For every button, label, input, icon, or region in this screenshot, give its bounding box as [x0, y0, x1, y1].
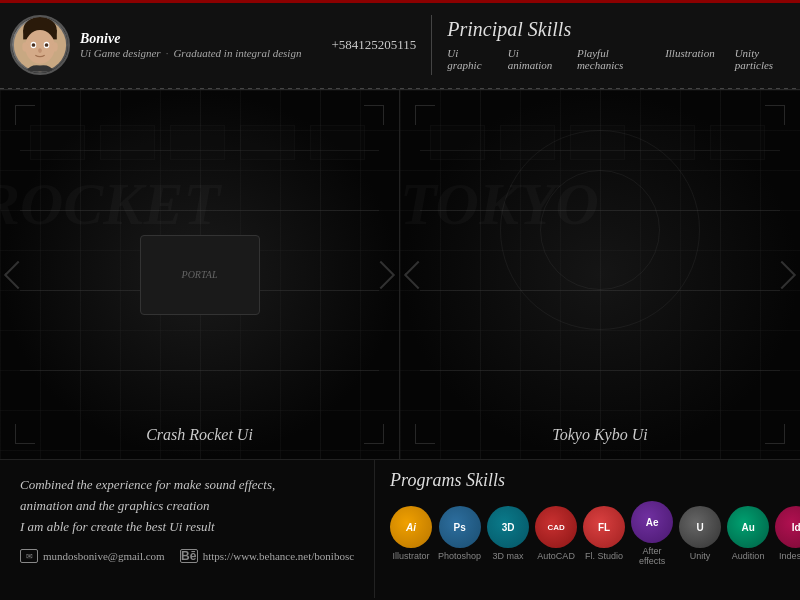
prog-label-fl: Fl. Studio [585, 551, 623, 561]
main-content: ROCKET PORT [0, 90, 800, 460]
desc-line1: Combined the experience for make sound e… [20, 477, 275, 492]
svg-point-3 [25, 30, 55, 64]
prog-icon-ae: Ae [631, 501, 673, 543]
avatar-image [12, 17, 68, 73]
skills-nav: Ui graphic Ui animation Playful mechanic… [447, 47, 790, 71]
prog-label-ai: Illustrator [393, 551, 430, 561]
portfolio-right-bg: TOKYO [400, 90, 800, 459]
prog-icon-fl: FL [583, 506, 625, 548]
programs-title: Programs Skills [390, 470, 800, 491]
skill-playful-mechanics[interactable]: Playful mechanics [577, 47, 645, 71]
prog-icon-ai: Ai [390, 506, 432, 548]
prog-icon-3d: 3D [487, 506, 529, 548]
separator: · [166, 47, 169, 59]
desc-line2: animation and the graphics creation [20, 498, 209, 513]
programs-grid: Ai Illustrator Ps Photoshop 3D 3D max [390, 501, 800, 566]
header-deco-line [0, 88, 800, 89]
skill-ui-animation[interactable]: Ui animation [508, 47, 557, 71]
program-after-effects: Ae After effects [631, 501, 673, 566]
footer-right: Programs Skills Ai Illustrator Ps Photos… [375, 460, 800, 598]
prog-label-au: Audition [732, 551, 765, 561]
footer-left: Combined the experience for make sound e… [0, 460, 375, 598]
program-unity: U Unity [679, 506, 721, 561]
prog-short-ai: Ai [406, 522, 416, 533]
prog-short-autocad: CAD [547, 523, 564, 532]
skill-ui-graphic[interactable]: Ui graphic [447, 47, 487, 71]
portfolio-left[interactable]: ROCKET PORT [0, 90, 400, 459]
principal-skills-title: Principal Skills [447, 18, 790, 41]
person-role: Ui Game designer [80, 47, 161, 59]
header: Bonive Ui Game designer · Graduated in i… [0, 0, 800, 90]
screen-text-left: PORTAL [182, 269, 218, 280]
portfolio-left-label: Crash Rocket Ui [146, 426, 253, 444]
prog-short-unity: U [697, 522, 704, 533]
prog-short-3d: 3D [502, 522, 515, 533]
vertical-divider [431, 15, 432, 75]
portfolio-right[interactable]: TOKYO [400, 90, 800, 459]
behance-contact[interactable]: Bē https://www.behance.net/bonibosc [180, 549, 354, 563]
skill-illustration[interactable]: Illustration [665, 47, 715, 71]
prog-label-3d: 3D max [493, 551, 524, 561]
skill-unity-particles[interactable]: Unity particles [735, 47, 790, 71]
prog-icon-au: Au [727, 506, 769, 548]
behance-url-text: https://www.behance.net/bonibosc [203, 550, 354, 562]
program-fl-studio: FL Fl. Studio [583, 506, 625, 561]
footer-contact: ✉ mundosbonive@gmail.com Bē https://www.… [20, 549, 354, 563]
program-indesign: Id Indesign [775, 506, 800, 561]
red-top-border [0, 0, 800, 3]
prog-label-id: Indesign [779, 551, 800, 561]
email-contact[interactable]: ✉ mundosbonive@gmail.com [20, 549, 165, 563]
portfolio-left-bg: ROCKET PORT [0, 90, 399, 459]
prog-short-id: Id [792, 522, 800, 533]
prog-label-autocad: AutoCAD [537, 551, 575, 561]
desc-line3: I am able for create the best Ui result [20, 519, 215, 534]
prog-label-ae: After effects [631, 546, 673, 566]
program-autocad: CAD AutoCAD [535, 506, 577, 561]
portfolio-right-label: Tokyo Kybo Ui [552, 426, 647, 444]
svg-point-6 [32, 43, 36, 47]
header-info: Bonive Ui Game designer · Graduated in i… [80, 31, 301, 59]
svg-point-9 [22, 42, 28, 51]
person-name: Bonive [80, 31, 301, 47]
svg-point-7 [45, 43, 49, 47]
screen-mockup-left: PORTAL [140, 235, 260, 315]
prog-label-unity: Unity [690, 551, 711, 561]
bracket-marks-right [400, 90, 800, 459]
prog-icon-unity: U [679, 506, 721, 548]
behance-icon: Bē [180, 549, 198, 563]
footer-description: Combined the experience for make sound e… [20, 475, 354, 537]
phone-number: +584125205115 [331, 37, 416, 53]
prog-short-au: Au [741, 522, 754, 533]
program-illustrator: Ai Illustrator [390, 506, 432, 561]
email-text: mundosbonive@gmail.com [43, 550, 165, 562]
prog-short-ae: Ae [646, 517, 659, 528]
svg-point-8 [38, 48, 42, 53]
svg-point-10 [52, 42, 58, 51]
principal-skills-section: Principal Skills Ui graphic Ui animation… [447, 18, 790, 71]
graduation-text: Graduated in integral design [173, 47, 301, 59]
program-audition: Au Audition [727, 506, 769, 561]
prog-short-fl: FL [598, 522, 610, 533]
prog-icon-id: Id [775, 506, 800, 548]
program-3dmax: 3D 3D max [487, 506, 529, 561]
prog-label-ps: Photoshop [438, 551, 481, 561]
program-photoshop: Ps Photoshop [438, 506, 481, 561]
prog-icon-ps: Ps [439, 506, 481, 548]
footer: Combined the experience for make sound e… [0, 460, 800, 598]
prog-icon-autocad: CAD [535, 506, 577, 548]
avatar [10, 15, 70, 75]
prog-short-ps: Ps [453, 522, 465, 533]
email-icon: ✉ [20, 549, 38, 563]
